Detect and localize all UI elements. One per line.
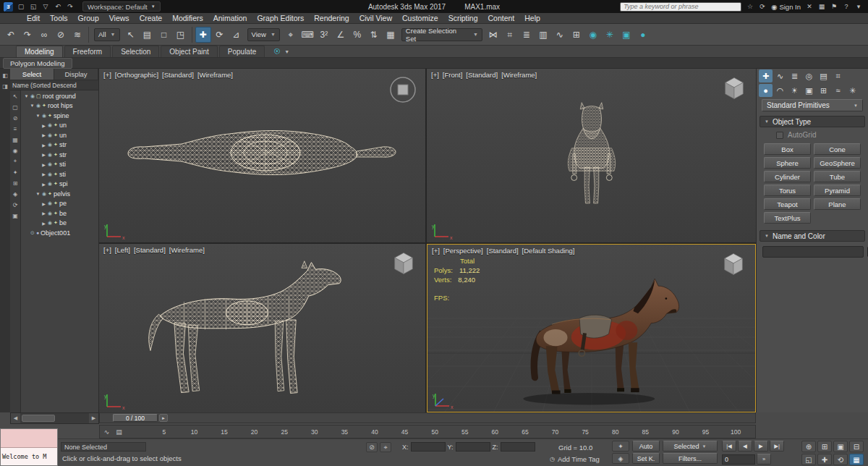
render-setup-icon[interactable]: ✳ (602, 27, 618, 43)
viewport-menu[interactable]: [Perspective] (443, 247, 483, 255)
object-type-button[interactable]: Cylinder (764, 171, 811, 182)
viewcube[interactable] (389, 250, 418, 277)
expand-arrow-icon[interactable]: ▼ (30, 103, 35, 108)
go-to-end-icon[interactable]: ▶| (770, 441, 784, 452)
select-and-move-icon[interactable]: ✚ (195, 27, 211, 43)
object-name-field[interactable] (762, 246, 864, 258)
trackbar-filter-icon[interactable]: ▤ (114, 426, 124, 437)
space-warps-category-icon[interactable]: ≈ (831, 84, 845, 97)
play-icon[interactable]: ▶ (754, 441, 768, 452)
object-type-button[interactable]: GeoSphere (814, 157, 861, 169)
name-and-color-rollout[interactable]: ▼ Name and Color (760, 230, 865, 242)
tree-row[interactable]: ▶◉✦str (21, 150, 98, 160)
angle-snap-icon[interactable]: ∠ (333, 27, 349, 43)
visibility-icon[interactable]: ◉ (30, 93, 35, 99)
viewport-menu[interactable]: [Standard] (466, 71, 498, 79)
y-coordinate-field[interactable] (456, 442, 490, 452)
utilities-tab-icon[interactable]: ⌗ (831, 69, 845, 82)
expand-arrow-icon[interactable]: ▶ (41, 143, 46, 148)
tree-row[interactable]: ▶◉✦str (21, 140, 98, 151)
viewcube[interactable] (388, 75, 418, 105)
object-type-button[interactable]: TextPlus (764, 212, 811, 224)
viewport-menu[interactable]: [Wireframe] (169, 246, 205, 254)
viewport-layout-add-icon[interactable]: ◨ (1, 82, 9, 90)
align-icon[interactable]: ⌗ (502, 27, 518, 43)
explorer-pin-icon[interactable]: ◈ (11, 190, 20, 198)
ribbon-minimize-icon[interactable]: ▼ (284, 49, 289, 54)
explorer-display-icon[interactable]: ▦ (11, 135, 20, 144)
menu-item[interactable]: Scripting (443, 13, 483, 24)
redo-icon[interactable]: ↷ (20, 27, 35, 43)
reference-coordinate-dropdown[interactable]: View ▼ (247, 28, 280, 41)
object-type-button[interactable]: Plane (814, 198, 861, 210)
expand-arrow-icon[interactable]: ▶ (41, 221, 46, 226)
viewport-menu[interactable]: [+] (431, 71, 439, 79)
object-type-button[interactable]: Cone (814, 143, 861, 155)
snap-toggle-3d-icon[interactable]: 3² (316, 27, 332, 43)
sign-in-button[interactable]: ◉ Sign In (771, 3, 801, 11)
set-keys-button[interactable]: ✦ (612, 441, 629, 452)
viewport-menu[interactable]: [Default Shading] (522, 247, 575, 255)
material-editor-icon[interactable]: ◉ (585, 27, 601, 43)
tree-row[interactable]: ▼◉✦root hips (21, 101, 98, 111)
menu-item[interactable]: Content (482, 13, 519, 24)
tree-row[interactable]: ⊙●Object001 (21, 228, 98, 238)
tab-freeform[interactable]: Freeform (64, 46, 111, 57)
open-file-icon[interactable]: ◱ (27, 1, 39, 12)
selection-set-dropdown[interactable]: Selected▼ (663, 441, 718, 452)
scroll-right-icon[interactable]: ▶ (89, 413, 98, 423)
add-time-tag[interactable]: ◷ Add Time Tag (550, 455, 600, 463)
save-icon[interactable]: ▽ (40, 1, 51, 12)
exchange-icon[interactable]: ✕ (804, 1, 815, 12)
viewport-menu[interactable]: [Standard] (134, 246, 166, 254)
notification-icon[interactable]: ⚑ (828, 1, 840, 12)
object-type-button[interactable]: Pyramid (814, 185, 861, 196)
title-dropdown-icon[interactable]: ▾ (853, 1, 864, 12)
expand-arrow-icon[interactable]: ▶ (41, 171, 46, 177)
menu-item[interactable]: Help (519, 13, 545, 24)
menu-item[interactable]: Graph Editors (252, 13, 309, 24)
named-selection-sets-icon[interactable]: ▦ (383, 27, 399, 43)
current-frame-field[interactable] (722, 454, 755, 465)
explorer-pick-icon[interactable]: ⌖ (11, 157, 20, 166)
object-type-button[interactable]: Tube (814, 171, 861, 182)
visibility-icon[interactable]: ⊙ (30, 230, 35, 236)
spinner-snap-icon[interactable]: ⇅ (366, 27, 382, 43)
visibility-icon[interactable]: ◉ (48, 152, 52, 158)
viewport-menu[interactable]: [+] (103, 246, 111, 254)
tab-populate[interactable]: Populate (219, 46, 265, 57)
menu-item[interactable]: Animation (208, 13, 252, 24)
next-frame-nub-icon[interactable]: ► (159, 414, 168, 422)
keyboard-override-icon[interactable]: ⌨ (299, 27, 315, 43)
tree-row[interactable]: ▶◉✦be (21, 208, 98, 219)
visibility-icon[interactable]: ◉ (36, 103, 41, 109)
workspace-dropdown[interactable]: Workspace: Default ▼ (82, 1, 161, 12)
unlink-selection-icon[interactable]: ⊘ (53, 27, 69, 43)
maxscript-mini-listener[interactable]: Welcome to M (0, 428, 58, 466)
rendered-frame-icon[interactable]: ▣ (618, 27, 634, 43)
expand-arrow-icon[interactable]: ▶ (41, 162, 46, 167)
explorer-sync-icon[interactable]: ⟳ (11, 200, 20, 209)
menu-item[interactable]: Create (135, 13, 168, 24)
viewport-layout-tab-icon[interactable]: ◧ (1, 72, 9, 80)
key-filters-button[interactable]: Filters... (663, 453, 718, 464)
zoom-icon[interactable]: ⊕ (801, 441, 816, 452)
explorer-select-none-icon[interactable]: ⊘ (11, 114, 20, 122)
explorer-eye-icon[interactable]: ◉ (11, 146, 20, 155)
tab-selection[interactable]: Selection (112, 46, 159, 57)
expand-arrow-icon[interactable]: ▶ (41, 152, 46, 157)
select-and-rotate-icon[interactable]: ⟳ (212, 27, 228, 43)
expand-arrow-icon[interactable]: ▶ (41, 182, 46, 187)
expand-arrow-icon[interactable]: ▶ (41, 211, 46, 216)
curve-editor-icon[interactable]: ∿ (552, 27, 568, 43)
window-crossing-icon[interactable]: ◳ (173, 27, 189, 43)
explorer-select-icon[interactable]: ↖ (11, 92, 20, 101)
x-coordinate-field[interactable] (411, 442, 446, 452)
explorer-helper-filter-icon[interactable]: ⊞ (11, 179, 20, 187)
viewcube[interactable] (720, 75, 749, 102)
zoom-extents-all-icon[interactable]: ⊟ (849, 441, 864, 452)
hierarchy-tab-icon[interactable]: ≣ (788, 69, 801, 82)
go-to-start-icon[interactable]: |◀ (722, 441, 736, 452)
tree-row[interactable]: ▶◉✦un (21, 121, 98, 131)
zoom-region-icon[interactable]: ◱ (801, 454, 816, 465)
